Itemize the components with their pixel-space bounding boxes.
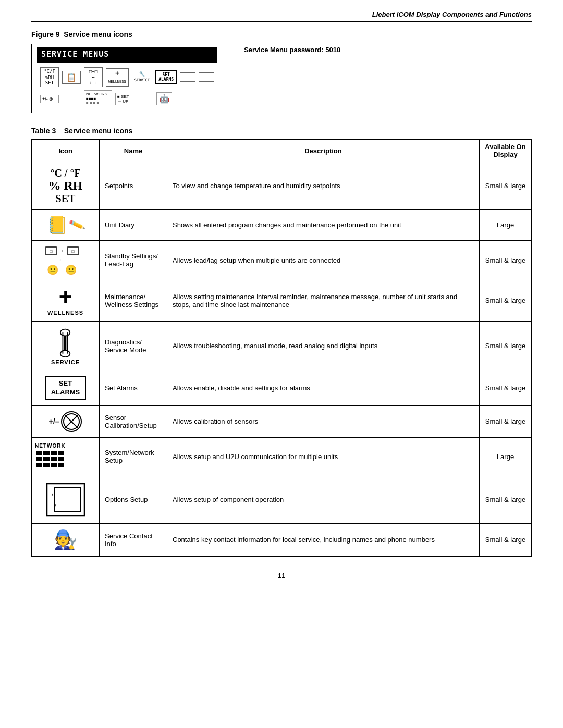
smi-diary: 📋 <box>62 71 81 84</box>
name-cell-options: Options Setup <box>100 476 167 523</box>
icon-cell-contact: 🧑‍🔧 <box>32 523 100 556</box>
name-cell-contact: Service Contact Info <box>100 523 167 556</box>
set-alarms-icon: SETALARMS <box>45 376 87 400</box>
name-cell-wellness: Maintenance/ Wellness Settings <box>100 280 167 321</box>
smi-contact: 🤖 <box>156 92 172 105</box>
network-svg <box>35 450 71 471</box>
desc-cell-standby: Allows lead/lag setup when multiple unit… <box>167 240 480 280</box>
options-icon: ← → <box>35 482 96 518</box>
table-row: +/– Sensor Calibration/Setup Allows cali… <box>32 405 532 437</box>
svg-rect-23 <box>58 457 64 461</box>
table-title: Table 3 Service menu icons <box>31 127 532 135</box>
name-cell-service: Diagnostics/ Service Mode <box>100 321 167 371</box>
table-row: NETWORK <box>32 437 532 476</box>
smi-setpoints: °C/F%RHSET <box>40 67 59 87</box>
avail-cell-diary: Large <box>480 209 532 240</box>
plusminus-label: +/– <box>49 417 59 426</box>
page-number: 11 <box>278 572 285 579</box>
svg-text:→: → <box>58 247 65 254</box>
header-title: Liebert iCOM Display Components and Func… <box>372 10 532 18</box>
icon-cell-service: SERVICE <box>32 321 100 371</box>
service-menu-display: SERVICE MENUS °C/F%RHSET 📋 □→□←:‑: +WELL… <box>31 44 223 113</box>
smi-setup: ■ SET→ UP <box>115 93 131 105</box>
avail-cell-setpoints: Small & large <box>480 162 532 209</box>
svg-rect-25 <box>43 463 50 467</box>
svg-rect-16 <box>36 451 42 455</box>
svg-rect-26 <box>51 463 57 467</box>
password-section: Service Menu password: 5010 <box>244 46 340 54</box>
svg-text:□: □ <box>71 249 74 254</box>
svg-rect-18 <box>51 451 57 455</box>
svg-text:😐: 😐 <box>65 264 77 275</box>
options-svg: ← → <box>45 482 87 518</box>
standby-icon: □ → □ ← 😐 😐 <box>35 246 96 275</box>
sensor-circle <box>61 411 82 432</box>
svg-rect-21 <box>43 457 50 461</box>
avail-cell-wellness: Small & large <box>480 280 532 321</box>
name-cell-network: System/Network Setup <box>100 437 167 476</box>
service-menu-bar: SERVICE MENUS <box>37 47 217 63</box>
svg-text:←: ← <box>50 490 58 499</box>
wellness-icon: + WELLNESS <box>35 286 96 316</box>
sensor-icon: +/– <box>35 411 96 432</box>
page-header: Liebert iCOM Display Components and Func… <box>31 10 532 22</box>
desc-cell-network: Allows setup and U2U communication for m… <box>167 437 480 476</box>
desc-cell-diary: Shows all entered program changes and ma… <box>167 209 480 240</box>
smi-empty1 <box>180 72 195 82</box>
svg-point-8 <box>60 329 70 336</box>
smi-standby: □→□←:‑: <box>84 67 103 87</box>
svg-point-10 <box>60 350 70 357</box>
smi-network: NETWORK■■■■≡ ≡ ≡ ≡ <box>84 90 112 107</box>
icon-cell-options: ← → <box>32 476 100 523</box>
smi-plusminus: +/- ⊗ <box>40 95 59 103</box>
icon-cell-setpoints: °C / °F % RH SET <box>32 162 100 209</box>
icon-cell-standby: □ → □ ← 😐 😐 <box>32 240 100 280</box>
desc-cell-options: Allows setup of component operation <box>167 476 480 523</box>
avail-cell-contact: Small & large <box>480 523 532 556</box>
smi-empty2 <box>199 72 214 82</box>
name-cell-setpoints: Setpoints <box>100 162 167 209</box>
svg-text:😐: 😐 <box>47 264 59 275</box>
table-row: 📒 ✏️ Unit Diary Shows all entered progra… <box>32 209 532 240</box>
network-icon: NETWORK <box>35 443 96 471</box>
table-row: 🧑‍🔧 Service Contact Info Contains key co… <box>32 523 532 556</box>
svg-rect-24 <box>36 463 42 467</box>
avail-cell-setalarms: Small & large <box>480 371 532 405</box>
avail-cell-options: Small & large <box>480 476 532 523</box>
table-header-row: Icon Name Description Available OnDispla… <box>32 140 532 162</box>
table-row: + WELLNESS Maintenance/ Wellness Setting… <box>32 280 532 321</box>
table-row: SETALARMS Set Alarms Allows enable, disa… <box>32 371 532 405</box>
svg-rect-28 <box>47 484 84 516</box>
figure-section: Figure 9 Service menu icons SERVICE MENU… <box>31 30 532 117</box>
service-icon: SERVICE <box>35 327 96 365</box>
smi-wellness: +WELLNESS <box>106 68 129 87</box>
icon-cell-diary: 📒 ✏️ <box>32 209 100 240</box>
icon-cell-setalarms: SETALARMS <box>32 371 100 405</box>
avail-cell-service: Small & large <box>480 321 532 371</box>
avail-cell-standby: Small & large <box>480 240 532 280</box>
icon-cell-sensor: +/– <box>32 405 100 437</box>
service-menu-icons-row2: +/- ⊗ NETWORK■■■■≡ ≡ ≡ ≡ ■ SET→ UP 🤖 <box>37 89 217 109</box>
diary-icon: 📒 ✏️ <box>35 215 96 235</box>
figure-container: Figure 9 Service menu icons SERVICE MENU… <box>31 30 223 117</box>
desc-cell-service: Allows troubleshooting, manual mode, rea… <box>167 321 480 371</box>
smi-setalarms: SETALARMS <box>155 70 177 84</box>
desc-cell-sensor: Allows calibration of sensors <box>167 405 480 437</box>
service-icons-table: Icon Name Description Available OnDispla… <box>31 139 532 556</box>
table-row: ← → Options Setup Allows setup of compon… <box>32 476 532 523</box>
svg-rect-17 <box>43 451 50 455</box>
name-cell-sensor: Sensor Calibration/Setup <box>100 405 167 437</box>
name-cell-setalarms: Set Alarms <box>100 371 167 405</box>
sensor-svg <box>63 413 80 430</box>
setalarms-icon-wrapper: SETALARMS <box>35 376 96 400</box>
figure-title: Figure 9 Service menu icons <box>31 30 223 39</box>
smi-gap1 <box>62 95 81 103</box>
th-icon: Icon <box>32 140 100 162</box>
service-menu-icons-row1: °C/F%RHSET 📋 □→□←:‑: +WELLNESS 🔧SERVICE … <box>37 65 217 89</box>
table-row: SERVICE Diagnostics/ Service Mode Allows… <box>32 321 532 371</box>
avail-cell-network: Large <box>480 437 532 476</box>
table-row: □ → □ ← 😐 😐 Standby Settings/ Lead-Lag A… <box>32 240 532 280</box>
desc-cell-setpoints: To view and change temperature and humid… <box>167 162 480 209</box>
contact-icon: 🧑‍🔧 <box>35 529 96 551</box>
name-cell-standby: Standby Settings/ Lead-Lag <box>100 240 167 280</box>
